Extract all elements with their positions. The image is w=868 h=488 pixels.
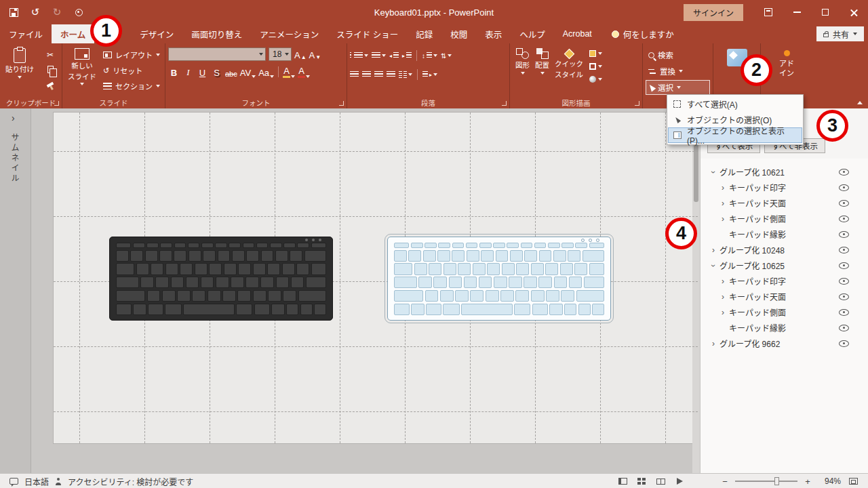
menu-item-selection-pane[interactable]: オブジェクトの選択と表示(P)... — [668, 127, 802, 143]
change-case-button[interactable]: Aa — [258, 65, 274, 79]
reset-button[interactable]: ↺ リセット — [103, 64, 160, 77]
eye-icon[interactable] — [839, 216, 849, 222]
align-left-button[interactable] — [350, 68, 359, 81]
slideshow-view-button[interactable] — [673, 475, 686, 487]
zoom-in-button[interactable]: + — [803, 476, 812, 487]
line-spacing-button[interactable]: ↕ — [422, 49, 437, 62]
font-color-button[interactable]: A — [298, 65, 310, 79]
share-button[interactable]: 共有 — [816, 26, 864, 41]
black-keyboard[interactable] — [109, 237, 333, 321]
tab-view[interactable]: 表示 — [476, 24, 511, 43]
dialog-launcher-icon[interactable] — [502, 101, 507, 106]
section-button[interactable]: セクション — [103, 79, 160, 93]
notes-icon[interactable] — [9, 478, 18, 485]
chevron-right-icon[interactable]: › — [718, 308, 728, 317]
replace-button[interactable]: 置換 — [646, 64, 710, 79]
collapse-ribbon-button[interactable] — [857, 101, 863, 104]
chevron-right-icon[interactable]: › — [718, 183, 728, 192]
selection-pane-item[interactable]: ›キーパッド側面 — [701, 211, 868, 226]
touch-mode-button[interactable] — [71, 4, 87, 20]
strikethrough-button[interactable]: abc — [225, 65, 237, 79]
chevron-right-icon[interactable]: › — [709, 339, 718, 348]
bold-button[interactable]: B — [168, 65, 180, 79]
shapes-button[interactable]: 図形 — [513, 46, 532, 77]
chevron-right-icon[interactable]: › — [709, 245, 718, 255]
eye-icon[interactable] — [839, 340, 849, 347]
shrink-font-button[interactable]: A▼ — [309, 47, 321, 61]
eye-icon[interactable] — [839, 231, 849, 238]
chevron-right-icon[interactable]: › — [718, 199, 728, 208]
eye-icon[interactable] — [839, 200, 849, 207]
tab-review[interactable]: 校閲 — [441, 24, 476, 43]
language-status[interactable]: 日本語 — [24, 476, 49, 487]
chevron-down-icon[interactable]: › — [709, 167, 718, 177]
bullets-button[interactable] — [350, 49, 368, 62]
font-name-combobox[interactable] — [168, 47, 266, 61]
normal-view-button[interactable] — [616, 475, 629, 487]
tab-design[interactable]: デザイン — [131, 24, 182, 43]
align-right-button[interactable] — [374, 68, 383, 81]
shape-fill-button[interactable] — [589, 48, 602, 58]
maximize-button[interactable] — [811, 0, 840, 24]
quick-styles-button[interactable]: クイック スタイル — [552, 46, 586, 81]
dialog-launcher-icon[interactable] — [339, 101, 344, 106]
tab-transitions[interactable]: 画面切り替え — [182, 24, 251, 43]
tab-record[interactable]: 記録 — [407, 24, 441, 43]
dialog-launcher-icon[interactable] — [54, 101, 59, 106]
convert-smartart-button[interactable]: ▸ — [422, 68, 437, 81]
select-button[interactable]: 選択 — [646, 80, 710, 95]
eye-icon[interactable] — [839, 278, 849, 285]
selection-pane-item[interactable]: ›キーパッド印字 — [701, 180, 868, 195]
eye-icon[interactable] — [839, 262, 849, 269]
selection-pane-item[interactable]: ›グループ化 9662 — [701, 336, 868, 351]
ribbon-display-options-button[interactable] — [754, 0, 783, 24]
chevron-right-icon[interactable]: › — [718, 277, 728, 286]
slide-sorter-view-button[interactable] — [635, 475, 648, 487]
grow-font-button[interactable]: A▲ — [294, 47, 307, 61]
find-button[interactable]: 検索 — [646, 47, 710, 62]
tab-help[interactable]: ヘルプ — [511, 24, 554, 43]
undo-button[interactable]: ↺ — [27, 4, 43, 20]
text-direction-button[interactable]: ⇅ — [441, 49, 452, 62]
eye-icon[interactable] — [839, 309, 849, 316]
tell-me-box[interactable]: 何をしますか — [612, 24, 674, 43]
signin-button[interactable]: サインイン — [684, 4, 743, 21]
menu-item-select-all[interactable]: すべて選択(A) — [668, 96, 802, 112]
arrange-button[interactable]: 配置 — [532, 46, 552, 77]
reading-view-button[interactable] — [654, 475, 667, 487]
selection-pane-item[interactable]: ›グループ化 10248 — [701, 242, 868, 258]
selection-pane-item[interactable]: ›キーパッド天面 — [701, 195, 868, 211]
selection-pane-item[interactable]: ›グループ化 10625 — [701, 258, 868, 273]
highlight-color-button[interactable]: A — [283, 65, 295, 79]
justify-button[interactable] — [387, 68, 395, 81]
zoom-slider-thumb[interactable] — [774, 477, 779, 485]
columns-button[interactable] — [399, 68, 412, 81]
layout-button[interactable]: レイアウト — [103, 48, 160, 62]
zoom-out-button[interactable]: − — [720, 476, 730, 487]
format-painter-button[interactable] — [42, 79, 58, 90]
underline-button[interactable]: U — [197, 65, 208, 79]
tab-file[interactable]: ファイル — [0, 24, 52, 43]
cut-button[interactable]: ✂ — [42, 49, 58, 60]
vertical-scrollbar[interactable] — [692, 108, 700, 473]
font-size-combobox[interactable]: 18 — [269, 47, 292, 61]
blue-keyboard[interactable] — [387, 237, 611, 321]
tab-acrobat[interactable]: Acrobat — [554, 24, 601, 43]
copy-button[interactable] — [42, 64, 58, 75]
chevron-right-icon[interactable]: › — [718, 292, 728, 302]
close-button[interactable] — [840, 0, 868, 24]
increase-indent-button[interactable]: ▸ — [402, 49, 412, 62]
zoom-level[interactable]: 94% — [818, 476, 841, 486]
selection-pane-item[interactable]: キーパッド縁影 — [701, 320, 868, 336]
paste-button[interactable]: 貼り付け — [3, 46, 37, 81]
selection-pane-item[interactable]: ›キーパッド側面 — [701, 304, 868, 320]
shape-outline-button[interactable] — [589, 61, 602, 71]
eye-icon[interactable] — [839, 293, 849, 300]
decrease-indent-button[interactable]: ◂ — [389, 49, 399, 62]
slide[interactable] — [53, 112, 698, 444]
accessibility-status[interactable]: アクセシビリティ: 検討が必要です — [68, 476, 193, 487]
chevron-right-icon[interactable]: › — [718, 214, 728, 224]
tab-home[interactable]: ホーム — [52, 24, 94, 43]
fit-to-window-button[interactable] — [846, 475, 860, 487]
selection-pane-item[interactable]: キーパッド縁影 — [701, 226, 868, 242]
